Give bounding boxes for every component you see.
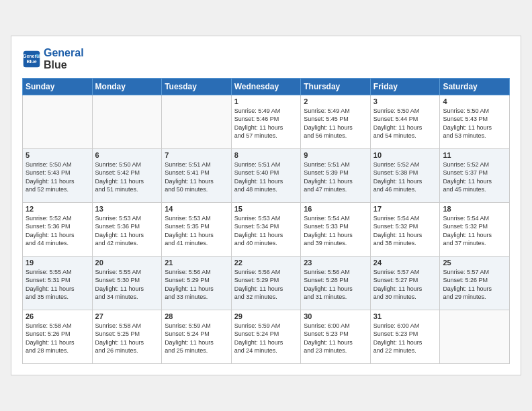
calendar-cell: 2Sunrise: 5:49 AM Sunset: 5:45 PM Daylig… [301,95,371,148]
cell-text: Sunrise: 5:50 AM Sunset: 5:43 PM Dayligh… [26,161,89,194]
week-row-3: 12Sunrise: 5:52 AM Sunset: 5:36 PM Dayli… [23,202,510,256]
cell-text: Sunrise: 5:49 AM Sunset: 5:46 PM Dayligh… [234,107,298,140]
calendar-cell: 29Sunrise: 5:59 AM Sunset: 5:24 PM Dayli… [231,310,301,363]
day-number: 1 [234,97,298,105]
cell-text: Sunrise: 5:54 AM Sunset: 5:33 PM Dayligh… [304,214,367,248]
calendar-container: General Blue General Blue SundayMondayTu… [11,36,521,375]
week-row-2: 5Sunrise: 5:50 AM Sunset: 5:43 PM Daylig… [23,148,510,202]
day-number: 18 [443,205,506,213]
cell-text: Sunrise: 5:54 AM Sunset: 5:32 PM Dayligh… [443,214,506,248]
calendar-cell: 14Sunrise: 5:53 AM Sunset: 5:35 PM Dayli… [162,202,232,256]
cell-text: Sunrise: 6:00 AM Sunset: 5:23 PM Dayligh… [304,322,367,355]
cell-text: Sunrise: 5:50 AM Sunset: 5:42 PM Dayligh… [95,161,159,194]
cell-text: Sunrise: 5:50 AM Sunset: 5:44 PM Dayligh… [373,107,437,140]
calendar-cell: 18Sunrise: 5:54 AM Sunset: 5:32 PM Dayli… [440,202,510,256]
cell-text: Sunrise: 5:59 AM Sunset: 5:24 PM Dayligh… [234,322,298,355]
calendar-cell: 6Sunrise: 5:50 AM Sunset: 5:42 PM Daylig… [92,148,162,202]
cell-text: Sunrise: 5:58 AM Sunset: 5:26 PM Dayligh… [26,322,89,355]
weekday-header-wednesday: Wednesday [231,78,301,95]
day-number: 25 [443,259,506,267]
calendar-cell [23,95,93,148]
calendar-cell [92,95,162,148]
weekday-header-friday: Friday [370,78,440,95]
day-number: 17 [373,205,437,213]
day-number: 12 [26,205,89,213]
week-row-4: 19Sunrise: 5:55 AM Sunset: 5:31 PM Dayli… [23,256,510,310]
cell-text: Sunrise: 5:55 AM Sunset: 5:31 PM Dayligh… [26,268,89,302]
cell-text: Sunrise: 5:50 AM Sunset: 5:43 PM Dayligh… [443,107,506,140]
calendar-cell: 28Sunrise: 5:59 AM Sunset: 5:24 PM Dayli… [162,310,232,363]
calendar-cell: 13Sunrise: 5:53 AM Sunset: 5:36 PM Dayli… [92,202,162,256]
day-number: 2 [304,97,367,105]
calendar-cell: 3Sunrise: 5:50 AM Sunset: 5:44 PM Daylig… [370,95,440,148]
cell-text: Sunrise: 5:56 AM Sunset: 5:29 PM Dayligh… [165,268,228,302]
svg-text:Blue: Blue [26,59,36,64]
calendar-cell: 19Sunrise: 5:55 AM Sunset: 5:31 PM Dayli… [23,256,93,310]
day-number: 11 [443,151,506,159]
cell-text: Sunrise: 5:53 AM Sunset: 5:35 PM Dayligh… [165,214,228,248]
calendar-cell: 15Sunrise: 5:53 AM Sunset: 5:34 PM Dayli… [231,202,301,256]
cell-text: Sunrise: 5:53 AM Sunset: 5:34 PM Dayligh… [234,214,298,248]
calendar-cell: 30Sunrise: 6:00 AM Sunset: 5:23 PM Dayli… [301,310,371,363]
day-number: 22 [234,259,298,267]
day-number: 10 [373,151,437,159]
calendar-cell: 5Sunrise: 5:50 AM Sunset: 5:43 PM Daylig… [23,148,93,202]
calendar-cell: 24Sunrise: 5:57 AM Sunset: 5:27 PM Dayli… [370,256,440,310]
cell-text: Sunrise: 5:52 AM Sunset: 5:37 PM Dayligh… [443,161,506,194]
cell-text: Sunrise: 5:49 AM Sunset: 5:45 PM Dayligh… [304,107,367,140]
logo-blue: Blue [44,59,84,71]
calendar-cell: 17Sunrise: 5:54 AM Sunset: 5:32 PM Dayli… [370,202,440,256]
calendar-cell: 4Sunrise: 5:50 AM Sunset: 5:43 PM Daylig… [440,95,510,148]
day-number: 6 [95,151,159,159]
calendar-cell: 20Sunrise: 5:55 AM Sunset: 5:30 PM Dayli… [92,256,162,310]
day-number: 24 [373,259,437,267]
day-number: 29 [234,312,298,320]
calendar-cell: 12Sunrise: 5:52 AM Sunset: 5:36 PM Dayli… [23,202,93,256]
calendar-cell: 8Sunrise: 5:51 AM Sunset: 5:40 PM Daylig… [231,148,301,202]
weekday-header-monday: Monday [92,78,162,95]
day-number: 28 [165,312,228,320]
cell-text: Sunrise: 5:58 AM Sunset: 5:25 PM Dayligh… [95,322,159,355]
calendar-cell: 25Sunrise: 5:57 AM Sunset: 5:26 PM Dayli… [440,256,510,310]
day-number: 7 [165,151,228,159]
cell-text: Sunrise: 6:00 AM Sunset: 5:23 PM Dayligh… [373,322,437,355]
cell-text: Sunrise: 5:52 AM Sunset: 5:38 PM Dayligh… [373,161,437,194]
calendar-cell [162,95,232,148]
day-number: 27 [95,312,159,320]
day-number: 30 [304,312,367,320]
day-number: 20 [95,259,159,267]
cell-text: Sunrise: 5:56 AM Sunset: 5:29 PM Dayligh… [234,268,298,302]
day-number: 14 [165,205,228,213]
day-number: 4 [443,97,506,105]
cell-text: Sunrise: 5:54 AM Sunset: 5:32 PM Dayligh… [373,214,437,248]
weekday-header-sunday: Sunday [23,78,93,95]
weekday-header-tuesday: Tuesday [162,78,232,95]
day-number: 16 [304,205,367,213]
day-number: 3 [373,97,437,105]
weekday-header-thursday: Thursday [301,78,371,95]
calendar-table: SundayMondayTuesdayWednesdayThursdayFrid… [22,78,510,364]
calendar-cell: 10Sunrise: 5:52 AM Sunset: 5:38 PM Dayli… [370,148,440,202]
day-number: 19 [26,259,89,267]
calendar-cell: 16Sunrise: 5:54 AM Sunset: 5:33 PM Dayli… [301,202,371,256]
cell-text: Sunrise: 5:59 AM Sunset: 5:24 PM Dayligh… [165,322,228,355]
calendar-cell: 1Sunrise: 5:49 AM Sunset: 5:46 PM Daylig… [231,95,301,148]
cell-text: Sunrise: 5:51 AM Sunset: 5:41 PM Dayligh… [165,161,228,194]
weekday-header-saturday: Saturday [440,78,510,95]
week-row-1: 1Sunrise: 5:49 AM Sunset: 5:46 PM Daylig… [23,95,510,148]
day-number: 26 [26,312,89,320]
day-number: 5 [26,151,89,159]
day-number: 31 [373,312,437,320]
cell-text: Sunrise: 5:56 AM Sunset: 5:28 PM Dayligh… [304,268,367,302]
weekday-header-row: SundayMondayTuesdayWednesdayThursdayFrid… [23,78,510,95]
day-number: 8 [234,151,298,159]
calendar-cell [440,310,510,363]
calendar-cell: 26Sunrise: 5:58 AM Sunset: 5:26 PM Dayli… [23,310,93,363]
day-number: 15 [234,205,298,213]
calendar-cell: 21Sunrise: 5:56 AM Sunset: 5:29 PM Dayli… [162,256,232,310]
day-number: 21 [165,259,228,267]
calendar-cell: 9Sunrise: 5:51 AM Sunset: 5:39 PM Daylig… [301,148,371,202]
cell-text: Sunrise: 5:51 AM Sunset: 5:39 PM Dayligh… [304,161,367,194]
day-number: 9 [304,151,367,159]
calendar-cell: 7Sunrise: 5:51 AM Sunset: 5:41 PM Daylig… [162,148,232,202]
